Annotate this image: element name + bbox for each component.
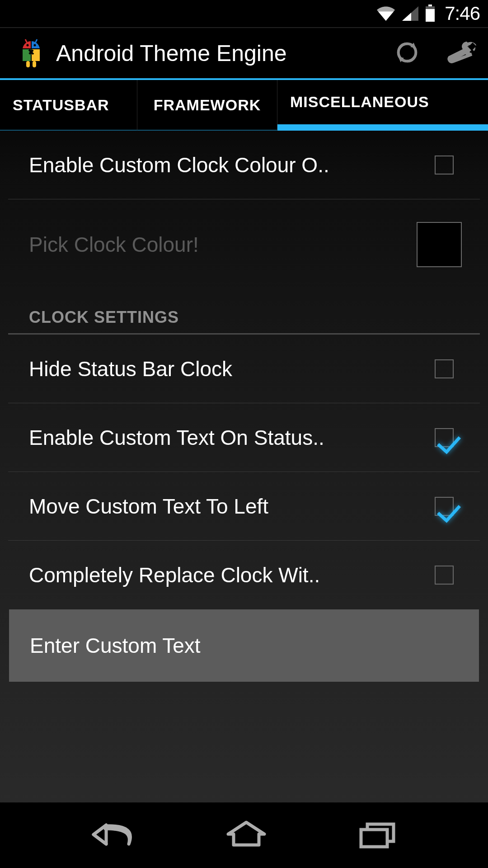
- section-header-clock-settings: CLOCK SETTINGS: [8, 290, 480, 335]
- tab-label: MISCELLANEOUS: [290, 93, 429, 111]
- row-completely-replace-clock[interactable]: Completely Replace Clock Wit..: [8, 541, 480, 609]
- row-pick-clock-colour[interactable]: Pick Clock Colour!: [8, 199, 480, 290]
- tab-label: FRAMEWORK: [154, 96, 261, 114]
- svg-rect-0: [428, 5, 432, 6]
- row-label: Hide Status Bar Clock: [29, 357, 435, 381]
- home-icon[interactable]: [224, 819, 269, 852]
- checkbox[interactable]: [435, 428, 454, 447]
- tab-statusbar[interactable]: STATUSBAR: [0, 80, 137, 131]
- cell-signal-icon: [401, 5, 419, 22]
- svg-line-8: [35, 39, 37, 43]
- checkbox[interactable]: [435, 156, 454, 175]
- checkbox[interactable]: [435, 566, 454, 585]
- navigation-bar: [0, 802, 488, 868]
- wrench-icon[interactable]: [447, 41, 477, 66]
- app-icon: [15, 38, 47, 69]
- refresh-icon[interactable]: [394, 39, 420, 67]
- row-enter-custom-text[interactable]: Enter Custom Text: [9, 609, 479, 682]
- svg-line-7: [25, 39, 27, 43]
- row-label: Completely Replace Clock Wit..: [29, 563, 435, 587]
- svg-rect-10: [33, 61, 36, 67]
- row-enable-custom-text[interactable]: Enable Custom Text On Status..: [8, 403, 480, 472]
- checkbox[interactable]: [435, 497, 454, 516]
- row-label: Enable Custom Clock Colour O..: [29, 153, 435, 177]
- svg-rect-11: [361, 830, 387, 847]
- wifi-icon: [376, 5, 396, 22]
- colour-swatch[interactable]: [417, 222, 462, 267]
- row-label: Enter Custom Text: [30, 633, 453, 658]
- svg-rect-9: [26, 61, 30, 67]
- settings-list[interactable]: Enable Custom Clock Colour O.. Pick Cloc…: [0, 131, 488, 802]
- recent-apps-icon[interactable]: [355, 819, 400, 852]
- checkbox[interactable]: [435, 359, 454, 378]
- app-title: Android Theme Engine: [56, 40, 394, 66]
- tab-miscellaneous[interactable]: MISCELLANEOUS: [277, 80, 488, 131]
- tab-bar: STATUSBAR FRAMEWORK MISCELLANEOUS: [0, 80, 488, 131]
- row-label: Pick Clock Colour!: [29, 232, 417, 257]
- back-icon[interactable]: [88, 819, 138, 852]
- actionbar: Android Theme Engine: [0, 27, 488, 80]
- row-move-custom-text-left[interactable]: Move Custom Text To Left: [8, 472, 480, 541]
- status-time: 7:46: [445, 3, 480, 24]
- tab-label: STATUSBAR: [13, 96, 109, 114]
- svg-point-5: [27, 44, 29, 46]
- svg-rect-2: [426, 9, 435, 22]
- system-statusbar: 7:46: [0, 0, 488, 27]
- svg-point-6: [34, 44, 36, 46]
- tab-framework[interactable]: FRAMEWORK: [137, 80, 277, 131]
- row-label: Move Custom Text To Left: [29, 494, 435, 519]
- row-enable-custom-clock-colour[interactable]: Enable Custom Clock Colour O..: [8, 131, 480, 199]
- row-hide-status-bar-clock[interactable]: Hide Status Bar Clock: [8, 335, 480, 403]
- row-label: Enable Custom Text On Status..: [29, 425, 435, 450]
- battery-icon: [425, 5, 436, 23]
